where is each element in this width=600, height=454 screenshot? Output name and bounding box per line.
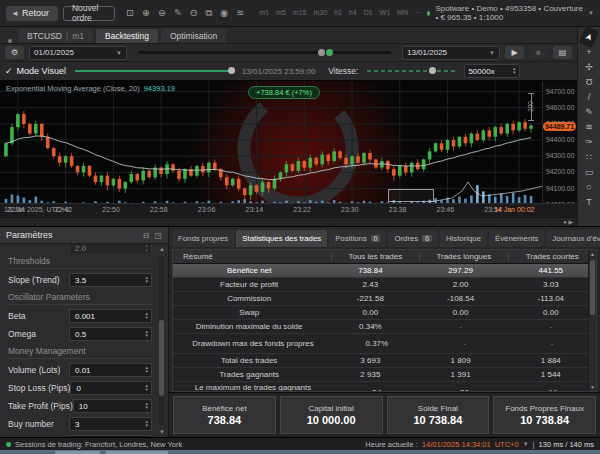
scroll-down-icon[interactable]: ▼ (159, 429, 165, 435)
parameter-input-omega[interactable]: 0.5▲▼ (69, 327, 152, 341)
column-header[interactable]: Trades longues (420, 252, 508, 261)
brush-icon[interactable]: ✑ (580, 135, 598, 149)
date-range-slider[interactable] (138, 51, 391, 54)
scroll-up-icon[interactable]: ▲ (159, 246, 165, 252)
popout-panel-icon[interactable]: ◳ (154, 231, 162, 240)
zoom-out-icon[interactable]: ⊖ (158, 7, 166, 19)
range-handle-end[interactable] (326, 49, 333, 56)
account-selector[interactable]: Spotware • Demo • 4953358 • Couverture •… (427, 4, 594, 22)
visual-mode-checkbox[interactable]: ✓ Mode Visuel (5, 66, 66, 76)
crosshair-icon[interactable]: ✢ (580, 60, 598, 74)
scrollbar-thumb[interactable] (590, 260, 595, 315)
spinner-arrows-icon[interactable]: ▲▼ (145, 330, 149, 339)
scrollbar-thumb[interactable] (159, 320, 164, 396)
progress-handle[interactable] (228, 67, 235, 74)
table-row[interactable]: Trades gagnants2 9351 3911 544 (173, 368, 596, 382)
timeframe-h4[interactable]: h4 (349, 9, 357, 17)
spinner-arrows-icon[interactable]: ▲▼ (145, 312, 149, 321)
timeframe-W1[interactable]: W1 (380, 9, 391, 17)
tab-symbol[interactable]: BTCUSD | m1 (18, 29, 93, 43)
parameter-input[interactable]: 2.0▲▼ (69, 244, 152, 253)
draw-icon[interactable]: ✎ (174, 7, 182, 19)
parameter-input-volume-lots-[interactable]: 0.01▲▼ (69, 363, 152, 377)
table-row[interactable]: Drawdown max des fonds propres0.37%-- (173, 334, 596, 354)
playback-progress-slider[interactable] (75, 70, 233, 72)
speed-slider[interactable] (367, 70, 455, 72)
timeframe-h1[interactable]: h1 (334, 9, 342, 17)
trendline-icon[interactable]: / (580, 90, 598, 104)
dock-panel-icon[interactable]: ⊟ (143, 231, 150, 240)
parameter-input-buy-number[interactable]: 3▲▼ (69, 417, 152, 431)
tab-évènements[interactable]: Évènements (489, 230, 544, 247)
chart-annotation-box[interactable] (388, 189, 434, 202)
scroll-to-end-icon[interactable]: ● ▶ (563, 218, 573, 225)
table-row[interactable]: Total des trades3 6931 8091 884 (173, 354, 596, 368)
chart-horizontal-scrollbar[interactable]: ● ▶ (0, 217, 577, 226)
tab-positions[interactable]: Positions0 (329, 230, 386, 247)
alerts-icon[interactable]: Θ (190, 7, 197, 19)
parameter-input-slope-trend-[interactable]: 3.5▲▼ (69, 273, 152, 287)
tab-fonds-propres[interactable]: Fonds propres (172, 230, 234, 247)
tab-ordres[interactable]: Ordres0 (388, 230, 437, 247)
spinner-arrows-icon[interactable]: ▲▼ (512, 67, 516, 76)
play-button[interactable]: ▶ (505, 46, 524, 59)
report-button[interactable]: ▤ (553, 46, 572, 59)
parameter-input-take-profit-pips-[interactable]: 10▲▼ (73, 399, 152, 413)
indicator-label[interactable]: Exponential Moving Average (Close, 20)94… (6, 84, 175, 93)
link-charts-icon[interactable]: ⧉ (205, 7, 212, 19)
timeframe-m15[interactable]: m15 (293, 9, 307, 17)
tab-historique[interactable]: Historique (440, 230, 487, 247)
candlestick-plot[interactable]: Exponential Moving Average (Close, 20)94… (0, 81, 542, 203)
timeframe-D1[interactable]: D1 (364, 9, 373, 17)
column-header[interactable]: Tous les trades (332, 252, 420, 261)
parameter-input-sell-number[interactable]: 3▲▼ (69, 435, 152, 437)
pattern-dots-icon[interactable]: ∷ (580, 150, 598, 164)
spinner-arrows-icon[interactable]: ▲▼ (145, 244, 149, 253)
timeframe-m1[interactable]: m1 (259, 9, 269, 17)
table-row[interactable]: Le maximum de trades gagnants consécutif… (173, 382, 596, 392)
parameter-input-beta[interactable]: 0.001▲▼ (69, 309, 152, 323)
parameter-input-stop-loss-pips-[interactable]: 0▲▼ (70, 381, 152, 395)
tab-optimisation[interactable]: Optimisation (161, 29, 226, 43)
text-icon[interactable]: T (580, 195, 598, 209)
magnet-icon[interactable]: Ω (580, 75, 598, 89)
parameters-scrollbar[interactable] (159, 256, 164, 425)
table-row[interactable]: Swap0.000.000.00 (173, 306, 596, 320)
timezone-select[interactable]: UTC+0 (495, 440, 519, 449)
time-axis[interactable]: 13 Jan 2025, UTC+022:3422:4222:5022:5823… (0, 203, 577, 217)
spinner-arrows-icon[interactable]: ▲▼ (145, 366, 149, 375)
table-row[interactable]: Facteur de profit2.432.003.03 (173, 278, 596, 292)
spinner-arrows-icon[interactable]: ▲▼ (145, 384, 149, 393)
timeframe-⋯[interactable]: ⋯ (415, 9, 422, 17)
speed-value-spinner[interactable]: 50000x ▲▼ (464, 64, 520, 78)
table-row[interactable]: Commission-221.58-108.54-113.04 (173, 292, 596, 306)
scroll-down-icon[interactable]: ▼ (589, 384, 596, 390)
fibonacci-icon[interactable]: ≋ (580, 120, 598, 134)
stop-button[interactable]: ■ (529, 46, 548, 59)
spinner-arrows-icon[interactable]: ▲▼ (145, 276, 149, 285)
timeframe-MN[interactable]: MN (397, 9, 408, 17)
table-row[interactable]: Bénéfice net738.84297.29441.55 (173, 264, 596, 278)
zoom-in-icon[interactable]: ⊕ (142, 7, 150, 19)
spinner-arrows-icon[interactable]: ▲▼ (145, 402, 149, 411)
table-scrollbar[interactable]: ▲ ▼ (588, 250, 596, 391)
indicators-icon[interactable]: ≋ (236, 7, 244, 19)
start-date-select[interactable]: 01/01/2025 ▼ (29, 46, 127, 60)
pencil-icon[interactable]: ✎ (580, 105, 598, 119)
tab-backtesting[interactable]: Backtesting (96, 29, 158, 43)
end-date-select[interactable]: 13/01/2025 ▼ (402, 46, 500, 60)
table-row[interactable]: Diminution maximale du solde0.34%-- (173, 320, 596, 334)
price-axis[interactable]: 94700.0094600.0094500.0094400.0094300.00… (542, 81, 577, 203)
visibility-icon[interactable]: ◉ (220, 7, 228, 19)
spinner-arrows-icon[interactable]: ▲▼ (145, 420, 149, 429)
speed-handle[interactable] (429, 67, 436, 74)
range-handle-start[interactable] (318, 49, 325, 56)
timeframe-m30[interactable]: m30 (313, 9, 327, 17)
back-button[interactable]: ◄ Retour (6, 6, 58, 21)
ellipse-icon[interactable]: ○ (580, 180, 598, 194)
tab-statistiques-des-trades[interactable]: Statistiques des trades (236, 230, 327, 247)
tab-journaux-d-évènements[interactable]: Journaux d'évènements (546, 230, 600, 247)
candlestick-chart[interactable] (0, 81, 542, 203)
chart-mode-icon[interactable]: ⊡ (126, 7, 134, 19)
column-header[interactable]: Résumé (173, 252, 332, 261)
